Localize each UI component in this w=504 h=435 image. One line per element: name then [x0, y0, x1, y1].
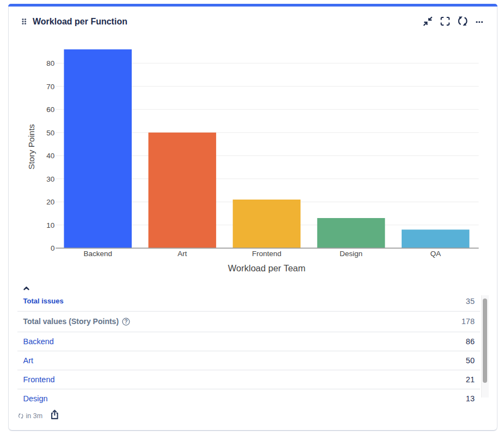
- svg-text:?: ?: [124, 319, 127, 325]
- svg-text:Frontend: Frontend: [252, 250, 281, 258]
- svg-text:70: 70: [46, 83, 54, 91]
- svg-text:20: 20: [46, 198, 54, 206]
- svg-text:30: 30: [46, 175, 54, 183]
- svg-text:Backend: Backend: [84, 250, 113, 258]
- svg-text:50: 50: [46, 129, 54, 137]
- svg-text:80: 80: [46, 59, 54, 67]
- svg-text:Art: Art: [177, 250, 187, 258]
- svg-text:40: 40: [46, 152, 54, 160]
- svg-text:60: 60: [46, 105, 54, 114]
- svg-text:Story Points: Story Points: [27, 124, 36, 170]
- svg-text:Workload per Team: Workload per Team: [228, 263, 305, 273]
- svg-text:10: 10: [46, 221, 54, 229]
- svg-text:QA: QA: [430, 250, 441, 258]
- svg-text:Design: Design: [340, 250, 362, 258]
- svg-text:0: 0: [51, 244, 55, 252]
